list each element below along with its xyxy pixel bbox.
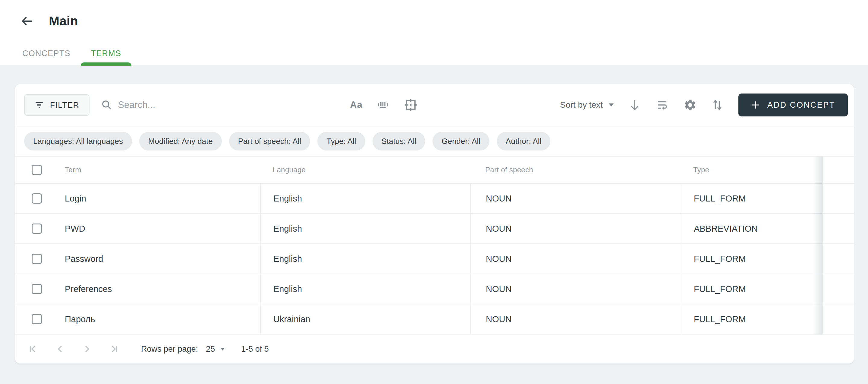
row-end-spacer xyxy=(822,304,854,334)
whole-word-icon xyxy=(377,100,390,110)
type-cell: FULL_FORM xyxy=(682,184,822,213)
table-row[interactable]: Login English NOUN FULL_FORM xyxy=(15,184,854,214)
rows-per-page-label: Rows per page: xyxy=(141,345,198,354)
whole-word-button[interactable] xyxy=(377,100,390,110)
column-header-type: Type xyxy=(682,156,822,183)
term-cell: Пароль xyxy=(44,304,260,334)
terms-panel: FILTER Aa xyxy=(15,84,854,363)
last-page-button[interactable] xyxy=(107,343,119,355)
last-page-icon xyxy=(108,344,119,354)
part-of-speech-cell: NOUN xyxy=(470,304,682,334)
back-button[interactable] xyxy=(19,13,36,30)
match-case-button[interactable]: Aa xyxy=(350,99,363,110)
type-cell: FULL_FORM xyxy=(682,244,822,274)
column-header-spacer xyxy=(822,156,854,183)
first-page-button[interactable] xyxy=(28,343,40,355)
part-of-speech-cell: NOUN xyxy=(470,244,682,274)
toolbar: FILTER Aa xyxy=(15,84,854,126)
search-options: Aa xyxy=(350,98,417,112)
language-cell: English xyxy=(260,244,470,274)
chevron-right-icon xyxy=(82,344,92,354)
filter-button-label: FILTER xyxy=(50,100,79,110)
row-checkbox[interactable] xyxy=(32,254,42,264)
sort-direction-button[interactable] xyxy=(629,98,641,112)
part-of-speech-cell: NOUN xyxy=(470,214,682,243)
table-body: Login English NOUN FULL_FORM PWD English… xyxy=(15,184,854,334)
content-area: FILTER Aa xyxy=(0,66,868,363)
tab-bar: CONCEPTS TERMS xyxy=(0,41,868,65)
next-page-button[interactable] xyxy=(81,343,93,355)
page-title: Main xyxy=(49,14,78,28)
type-cell: FULL_FORM xyxy=(682,274,822,304)
filter-chip-modified[interactable]: Modified: Any date xyxy=(139,132,222,150)
select-all-cell xyxy=(15,156,44,183)
first-page-icon xyxy=(28,344,39,354)
add-concept-label: ADD CONCEPT xyxy=(767,100,835,110)
search-field xyxy=(101,99,350,111)
title-row: Main xyxy=(0,0,868,30)
row-checkbox[interactable] xyxy=(32,194,42,204)
row-checkbox[interactable] xyxy=(32,284,42,294)
term-cell: Preferences xyxy=(44,274,260,304)
filter-chip-author[interactable]: Author: All xyxy=(497,132,551,150)
import-export-button[interactable] xyxy=(712,98,723,112)
language-cell: English xyxy=(260,184,470,213)
sort-by-select[interactable]: Sort by text xyxy=(560,100,614,110)
row-checkbox[interactable] xyxy=(32,314,42,324)
exact-match-button[interactable] xyxy=(404,98,417,112)
filter-chip-status[interactable]: Status: All xyxy=(373,132,426,150)
select-all-checkbox[interactable] xyxy=(32,165,42,175)
type-cell: FULL_FORM xyxy=(682,304,822,334)
chevron-left-icon xyxy=(55,344,66,354)
language-cell: English xyxy=(260,214,470,243)
rows-per-page-value: 25 xyxy=(206,345,215,354)
terms-table: Term Language Part of speech Type Login … xyxy=(15,156,854,334)
table-row[interactable]: Password English NOUN FULL_FORM xyxy=(15,244,854,274)
row-end-spacer xyxy=(822,184,854,213)
wrap-text-icon xyxy=(656,99,669,111)
caret-down-icon xyxy=(220,348,225,351)
column-header-part-of-speech: Part of speech xyxy=(470,156,682,183)
tab-concepts[interactable]: CONCEPTS xyxy=(22,41,71,65)
filter-button[interactable]: FILTER xyxy=(24,94,90,116)
toolbar-right: Sort by text xyxy=(560,93,848,116)
table-row[interactable]: PWD English NOUN ABBREVIATION xyxy=(15,214,854,244)
part-of-speech-cell: NOUN xyxy=(470,274,682,304)
wrap-text-button[interactable] xyxy=(656,99,669,111)
previous-page-button[interactable] xyxy=(54,343,66,355)
filter-chip-part-of-speech[interactable]: Part of speech: All xyxy=(229,132,310,150)
table-row[interactable]: Пароль Ukrainian NOUN FULL_FORM xyxy=(15,304,854,334)
row-end-spacer xyxy=(822,274,854,304)
filter-chip-languages[interactable]: Languages: All languages xyxy=(24,132,132,150)
gear-icon xyxy=(684,98,697,112)
sort-by-label: Sort by text xyxy=(560,100,603,110)
table-header: Term Language Part of speech Type xyxy=(15,156,854,184)
row-end-spacer xyxy=(822,244,854,274)
filter-icon xyxy=(34,100,44,110)
settings-button[interactable] xyxy=(684,98,697,112)
rows-per-page-select[interactable]: 25 xyxy=(206,345,225,354)
term-cell: Password xyxy=(44,244,260,274)
table-row[interactable]: Preferences English NOUN FULL_FORM xyxy=(15,274,854,304)
arrow-down-icon xyxy=(629,98,641,112)
language-cell: English xyxy=(260,274,470,304)
filter-chip-type[interactable]: Type: All xyxy=(317,132,365,150)
filter-chip-gender[interactable]: Gender: All xyxy=(433,132,490,150)
plus-icon xyxy=(751,100,760,110)
search-input[interactable] xyxy=(118,99,350,110)
arrow-left-icon xyxy=(20,14,34,28)
column-header-term: Term xyxy=(44,156,260,183)
language-cell: Ukrainian xyxy=(260,304,470,334)
term-cell: Login xyxy=(44,184,260,213)
term-cell: PWD xyxy=(44,214,260,243)
import-export-icon xyxy=(712,98,723,112)
page-header: Main CONCEPTS TERMS xyxy=(0,0,868,66)
part-of-speech-cell: NOUN xyxy=(470,184,682,213)
tab-terms[interactable]: TERMS xyxy=(90,41,122,65)
row-checkbox[interactable] xyxy=(32,224,42,234)
pagination-range: 1-5 of 5 xyxy=(241,345,269,354)
search-icon xyxy=(101,99,113,111)
add-concept-button[interactable]: ADD CONCEPT xyxy=(738,93,848,116)
exact-match-icon xyxy=(404,98,417,112)
pagination: Rows per page: 25 1-5 of 5 xyxy=(15,334,854,363)
